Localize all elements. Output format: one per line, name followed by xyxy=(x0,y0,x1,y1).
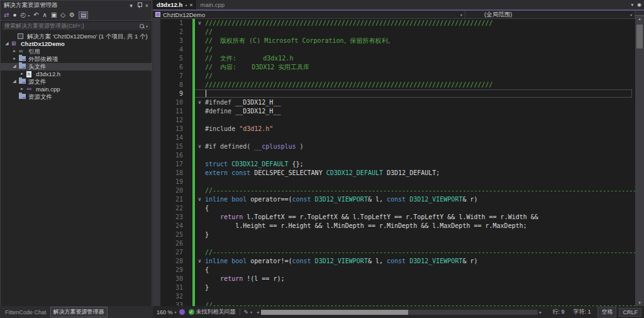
code-line-6[interactable]: 6// 内容: D3DX12 实用工具库 xyxy=(153,63,635,72)
project-dropdown[interactable]: ChztDx12Demo ▾ xyxy=(153,11,465,18)
scroll-down-icon[interactable]: ▾ xyxy=(635,300,644,306)
tree-item-d3dx12-h[interactable]: ▸hd3dx12.h xyxy=(1,71,152,78)
code-line-19[interactable]: 19 xyxy=(153,178,635,186)
code-line-33[interactable]: 33//------------------------------------… xyxy=(153,301,635,306)
tab-dot-icon[interactable]: ● xyxy=(185,3,187,7)
health-check-icon[interactable]: ✓ xyxy=(189,309,194,315)
code-line-28[interactable]: 28∨inline bool operator!=(const D3D12_VI… xyxy=(153,257,635,266)
properties-toggle-icon[interactable]: ▤ xyxy=(79,11,88,19)
tab-fittencode-chat[interactable]: FittenCode Chat xyxy=(5,309,47,315)
customize-wrench-icon[interactable]: ⚙ xyxy=(69,12,75,18)
zoom-level-dropdown[interactable]: 160 % xyxy=(157,309,173,315)
scroll-right-icon[interactable]: ▸ xyxy=(540,310,542,315)
collapse-arrow-icon[interactable]: ◢ xyxy=(4,41,10,46)
code-line-22[interactable]: 22{ xyxy=(153,204,635,213)
vertical-scrollbar[interactable]: ▴ ▾ xyxy=(635,11,644,306)
code-line-15[interactable]: 15∨#if defined( __cplusplus ) xyxy=(153,142,635,151)
spaces-toggle-button[interactable]: 空格 xyxy=(597,307,616,317)
vertical-scrollbar-thumb[interactable] xyxy=(636,25,643,48)
code-line-11[interactable]: 11#define __D3DX12_H__ xyxy=(153,107,635,116)
code-line-2[interactable]: 2// xyxy=(153,28,635,37)
preview-code-icon[interactable]: ◇ xyxy=(60,12,65,18)
collapse-arrow-icon[interactable]: ◢ xyxy=(11,79,18,84)
code-line-31[interactable]: 31} xyxy=(153,283,635,292)
window-options-icon[interactable]: ◉ xyxy=(637,2,641,8)
fold-chevron-icon[interactable]: ∨ xyxy=(196,142,204,151)
code-line-16[interactable]: 16 xyxy=(153,151,635,160)
code-cleanup-icon[interactable]: ✎ xyxy=(244,309,249,315)
line-number: 26 xyxy=(160,239,183,248)
tree-item--[interactable]: ▸∞引用 xyxy=(1,48,152,55)
code-line-13[interactable]: 13#include "d3d12.h" xyxy=(153,125,635,133)
fittencode-status-icon[interactable] xyxy=(179,309,185,315)
code-line-7[interactable]: 7// xyxy=(153,72,635,81)
fold-chevron-icon[interactable]: ∨ xyxy=(196,257,204,266)
code-line-1[interactable]: 1∨//////////////////////////////////////… xyxy=(153,19,635,28)
window-position-chevron-icon[interactable]: ▾ xyxy=(130,3,133,9)
sync-with-active-document-icon[interactable]: ⇄ xyxy=(4,12,9,18)
code-line-3[interactable]: 3// 版权所有 (C) Microsoft Corporation。保留所有权… xyxy=(153,37,635,45)
tab-solution-explorer[interactable]: 解决方案资源管理器 xyxy=(50,307,108,317)
search-options-chevron-icon[interactable]: ▾ xyxy=(146,24,148,28)
tab-close-icon[interactable]: × xyxy=(189,2,192,8)
eol-toggle-button[interactable]: CRLF xyxy=(619,308,641,317)
expand-arrow-icon[interactable]: ▸ xyxy=(19,86,25,91)
code-line-20[interactable]: 20//------------------------------------… xyxy=(153,186,635,195)
code-line-23[interactable]: 23 return l.TopLeftX == r.TopLeftX && l.… xyxy=(153,213,635,222)
expand-arrow-icon[interactable]: ▸ xyxy=(11,48,18,54)
tab-main-cpp[interactable]: main.cpp xyxy=(196,0,228,9)
tree-item--[interactable]: ◢头文件 xyxy=(1,63,152,71)
code-line-10[interactable]: 10∨#ifndef __D3DX12_H__ xyxy=(153,98,635,107)
code-line-17[interactable]: 17struct CD3DX12_DEFAULT {}; xyxy=(153,160,635,169)
code-line-32[interactable]: 32 xyxy=(153,292,635,301)
copy-icon[interactable]: ▣ xyxy=(51,12,57,18)
tree-item-chztdx12demo[interactable]: ◢⊞ChztDx12Demo xyxy=(1,40,152,48)
expand-arrow-icon[interactable]: ▸ xyxy=(11,56,18,61)
undo-icon[interactable]: ↶ xyxy=(33,12,38,18)
tree-item--[interactable]: ◢源文件 xyxy=(1,78,152,86)
tree-item--[interactable]: 资源文件 xyxy=(1,93,152,101)
zoom-chevron-icon[interactable]: ▾ xyxy=(175,310,177,314)
code-line-29[interactable]: 29{ xyxy=(153,266,635,275)
code-line-14[interactable]: 14 xyxy=(153,133,635,142)
code-line-27[interactable]: 27//------------------------------------… xyxy=(153,248,635,257)
tree-item--chztdx12demo-1-1-[interactable]: 解决方案 'ChztDx12Demo' (1 个项目, 共 1 个) xyxy=(1,33,152,40)
horizontal-scrollbar[interactable] xyxy=(261,310,538,315)
fold-chevron-icon[interactable]: ∨ xyxy=(196,195,204,204)
code-line-4[interactable]: 4// xyxy=(153,45,635,54)
close-icon[interactable]: × xyxy=(145,3,148,9)
code-line-26[interactable]: 26 xyxy=(153,239,635,248)
history-filter-icon[interactable]: ◴ xyxy=(20,12,26,18)
code-line-21[interactable]: 21∨inline bool operator==(const D3D12_VI… xyxy=(153,195,635,204)
code-line-8[interactable]: 8///////////////////////////////////////… xyxy=(153,81,635,89)
collapse-all-icon[interactable]: ∧ xyxy=(43,12,47,18)
code-line-24[interactable]: 24 l.Height == r.Height && l.MinDepth ==… xyxy=(153,222,635,230)
tree-item-main-cpp[interactable]: ▸++main.cpp xyxy=(1,86,152,93)
scroll-up-icon[interactable]: ▴ xyxy=(635,16,644,22)
search-icon[interactable] xyxy=(139,23,145,29)
code-line-9[interactable]: 9 xyxy=(153,89,635,98)
code-line-25[interactable]: 25} xyxy=(153,230,635,239)
code-editor[interactable]: 1∨//////////////////////////////////////… xyxy=(153,19,635,306)
code-line-12[interactable]: 12 xyxy=(153,116,635,125)
tree-item--[interactable]: ▸外部依赖项 xyxy=(1,55,152,63)
fold-chevron-icon[interactable]: ∨ xyxy=(196,19,204,28)
expand-arrow-icon[interactable]: ▸ xyxy=(19,71,25,76)
scope-dropdown[interactable]: (全局范围) ▾ xyxy=(465,11,635,18)
health-status-text[interactable]: 未找到相关问题 xyxy=(196,308,236,316)
code-line-5[interactable]: 5// 文件: d3dx12.h xyxy=(153,54,635,63)
split-handle[interactable] xyxy=(635,11,644,16)
document-list-chevron-icon[interactable]: ▾ xyxy=(631,3,634,8)
pin-icon[interactable] xyxy=(137,3,142,8)
code-line-30[interactable]: 30 return !(l == r); xyxy=(153,275,635,283)
code-cleanup-chevron-icon[interactable]: ▾ xyxy=(250,310,252,314)
tab-d3dx12-h[interactable]: d3dx12.h●× xyxy=(153,0,196,9)
collapse-arrow-icon[interactable]: ◢ xyxy=(11,64,18,69)
fold-chevron-icon[interactable]: ∨ xyxy=(196,98,204,107)
chevron-down-icon[interactable]: ▾ xyxy=(28,13,30,18)
horizontal-scrollbar-thumb[interactable] xyxy=(261,310,408,315)
search-input[interactable]: 搜索解决方案资源管理器(Ctrl+;) ▾ xyxy=(2,22,150,30)
code-line-18[interactable]: 18extern const DECLSPEC_SELECTANY CD3DX1… xyxy=(153,169,635,178)
scroll-left-icon[interactable]: ◂ xyxy=(257,310,259,315)
pending-changes-filter-icon[interactable]: ● xyxy=(13,12,16,18)
